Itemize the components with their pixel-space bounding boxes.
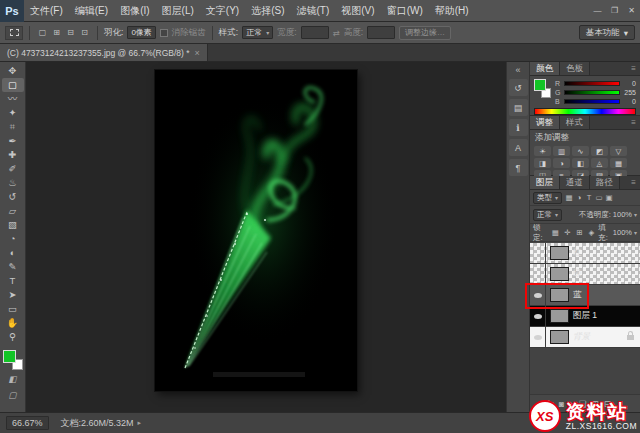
tab-layers[interactable]: 图层 [530, 176, 560, 189]
panel-menu-icon[interactable]: ≡ [627, 176, 640, 189]
tab-adjustments[interactable]: 调整 [530, 116, 560, 129]
layer-blue[interactable]: 蓝 [530, 285, 640, 306]
color-spectrum-bar[interactable] [534, 108, 636, 115]
refine-edge-button[interactable]: 调整边缘… [399, 26, 451, 40]
lock-position-icon[interactable]: ⊞ [574, 228, 584, 237]
current-tool-icon[interactable] [5, 26, 23, 40]
zoom-level-field[interactable]: 66.67% [6, 416, 49, 430]
color-balance-icon[interactable]: ◑ [553, 158, 570, 168]
photo-filter-icon[interactable]: ◬ [591, 158, 608, 168]
tab-styles[interactable]: 样式 [560, 116, 590, 129]
close-icon[interactable]: ✕ [623, 0, 640, 21]
tab-swatches[interactable]: 色板 [560, 62, 590, 75]
vibrance-icon[interactable]: ▽ [610, 146, 627, 156]
filter-adjustment-layers-icon[interactable]: ◑ [574, 193, 584, 202]
type-tool-icon[interactable]: T [2, 274, 24, 288]
layer-name[interactable]: 红 [573, 247, 582, 259]
shape-tool-icon[interactable]: ▭ [2, 302, 24, 316]
add-to-selection-icon[interactable]: ⊞ [50, 26, 63, 39]
layer-background[interactable]: 背景 [530, 327, 640, 348]
slider-track[interactable] [564, 90, 620, 95]
menu-item[interactable]: 帮助(H) [429, 0, 475, 21]
layer-filter-select[interactable]: 类型 ▾ [533, 192, 562, 204]
move-tool-icon[interactable]: ✥ [2, 64, 24, 78]
layer-thumbnail[interactable] [550, 309, 569, 323]
slider-track[interactable] [564, 99, 620, 104]
menu-item[interactable]: 文字(Y) [200, 0, 245, 21]
feather-field[interactable]: 0像素 [127, 26, 155, 39]
layer-name[interactable]: 蓝 [573, 289, 582, 301]
menu-item[interactable]: 视图(V) [335, 0, 380, 21]
visibility-toggle[interactable] [530, 264, 546, 284]
menu-item[interactable]: 滤镜(T) [291, 0, 336, 21]
layer-name[interactable]: 绿 [573, 268, 582, 280]
document-size-info[interactable]: 文档:2.60M/5.32M ▸ [61, 417, 142, 430]
layer-green[interactable]: 绿 [530, 264, 640, 285]
layer-1[interactable]: 图层 1 [530, 306, 640, 327]
antialias-checkbox[interactable] [160, 29, 168, 37]
filter-shape-layers-icon[interactable]: ▭ [594, 193, 604, 202]
tab-paths[interactable]: 路径 [590, 176, 620, 189]
layer-thumbnail[interactable] [550, 288, 569, 302]
pen-tool-icon[interactable]: ✎ [2, 260, 24, 274]
levels-icon[interactable]: ▥ [553, 146, 570, 156]
menu-item[interactable]: 文件(F) [24, 0, 69, 21]
menu-item[interactable]: 编辑(E) [69, 0, 114, 21]
history-brush-tool-icon[interactable]: ↺ [2, 190, 24, 204]
gradient-tool-icon[interactable]: ▧ [2, 218, 24, 232]
layer-name[interactable]: 背景 [573, 331, 590, 343]
visibility-toggle[interactable] [530, 243, 546, 263]
layer-name[interactable]: 图层 1 [573, 310, 597, 322]
new-selection-icon[interactable]: ▢ [36, 26, 49, 39]
style-select[interactable]: 正常 ▾ [242, 26, 273, 39]
properties-panel-icon[interactable]: ▤ [509, 99, 528, 116]
blur-tool-icon[interactable]: ◔ [2, 232, 24, 246]
screen-mode-icon[interactable]: ▢ [2, 389, 24, 402]
opacity-value[interactable]: 100% [613, 210, 632, 219]
character-panel-icon[interactable]: A [509, 139, 528, 156]
curves-icon[interactable]: ∿ [572, 146, 589, 156]
visibility-toggle[interactable] [530, 327, 546, 347]
panel-menu-icon[interactable]: ≡ [627, 62, 640, 75]
info-panel-icon[interactable]: ℹ [509, 119, 528, 136]
menu-item[interactable]: 图像(I) [114, 0, 155, 21]
healing-brush-tool-icon[interactable]: ✚ [2, 148, 24, 162]
subtract-from-selection-icon[interactable]: ⊟ [64, 26, 77, 39]
foreground-swatch[interactable] [534, 79, 546, 91]
lock-all-icon[interactable]: ◈ [586, 228, 596, 237]
visibility-toggle[interactable] [530, 285, 546, 305]
path-selection-tool-icon[interactable]: ➤ [2, 288, 24, 302]
lock-pixels-icon[interactable]: ✛ [562, 228, 572, 237]
eraser-tool-icon[interactable]: ▱ [2, 204, 24, 218]
exposure-icon[interactable]: ◩ [591, 146, 608, 156]
zoom-tool-icon[interactable]: ⚲ [2, 330, 24, 344]
filter-type-layers-icon[interactable]: T [584, 193, 594, 202]
tab-color[interactable]: 颜色 [530, 62, 560, 75]
tab-channels[interactable]: 通道 [560, 176, 590, 189]
history-panel-icon[interactable]: ↺ [509, 79, 528, 96]
expand-panels-icon[interactable]: « [515, 64, 520, 76]
layer-thumbnail[interactable] [550, 330, 569, 344]
marquee-tool-icon[interactable]: ▢ [2, 78, 24, 92]
brightness-contrast-icon[interactable]: ☀ [534, 146, 551, 156]
intersect-selection-icon[interactable]: ⊡ [78, 26, 91, 39]
layer-red[interactable]: 红 [530, 243, 640, 264]
menu-item[interactable]: 图层(L) [156, 0, 200, 21]
menu-item[interactable]: 选择(S) [245, 0, 290, 21]
layer-thumbnail[interactable] [550, 246, 569, 260]
tab-close-icon[interactable]: × [195, 48, 200, 58]
lock-transparency-icon[interactable]: ▦ [550, 228, 560, 237]
document-image[interactable] [155, 70, 357, 391]
menu-item[interactable]: 窗口(W) [381, 0, 429, 21]
hue-saturation-icon[interactable]: ◨ [534, 158, 551, 168]
status-options-icon[interactable]: ▸ [138, 419, 142, 427]
swap-dimensions-icon[interactable]: ⇄ [333, 28, 340, 38]
filter-pixel-layers-icon[interactable]: ▦ [564, 193, 574, 202]
quick-selection-tool-icon[interactable]: ✦ [2, 106, 24, 120]
crop-tool-icon[interactable]: ⌗ [2, 120, 24, 134]
minimize-icon[interactable]: — [589, 0, 606, 21]
canvas-area[interactable] [26, 62, 506, 412]
slider-track[interactable] [564, 81, 620, 86]
visibility-toggle[interactable] [530, 306, 546, 326]
paragraph-panel-icon[interactable]: ¶ [509, 159, 528, 176]
